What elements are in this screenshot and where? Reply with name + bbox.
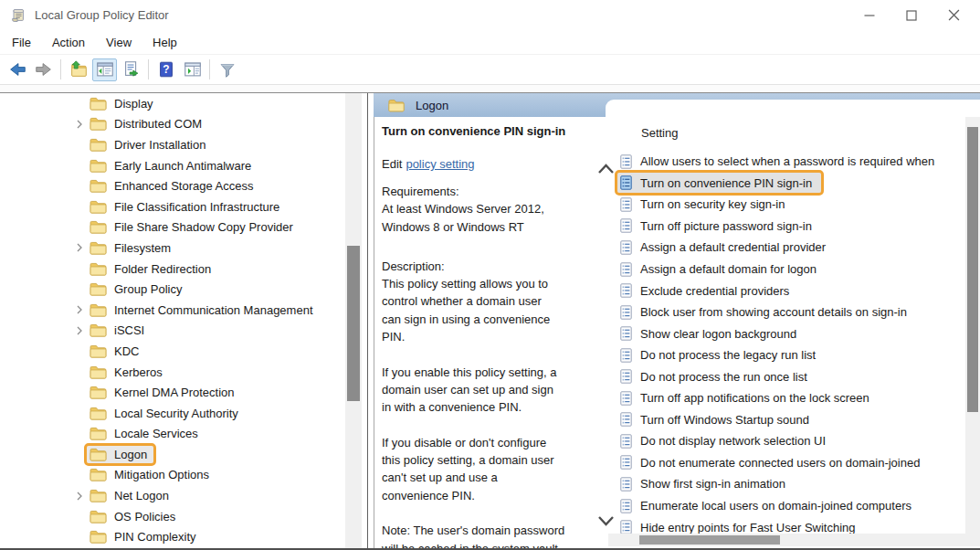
tree-item[interactable]: Local Security Authority	[0, 403, 367, 424]
setting-row[interactable]: Enumerate local users on domain-joined c…	[606, 495, 980, 517]
setting-row[interactable]: Turn off app notifications on the lock s…	[606, 387, 980, 409]
tree-item[interactable]: OS Policies	[0, 506, 367, 527]
tree-item-body[interactable]: Mitigation Options	[87, 466, 216, 483]
tree-item[interactable]: Folder Redirection	[0, 259, 367, 280]
setting-row[interactable]: Exclude credential providers	[606, 280, 980, 301]
tree-item[interactable]: Filesystem	[0, 238, 367, 259]
tree-item-body[interactable]: PIN Complexity	[87, 528, 203, 545]
filter-button[interactable]	[215, 58, 239, 81]
menu-file[interactable]: File	[11, 34, 32, 51]
tree-item-body[interactable]: Logon	[87, 446, 153, 463]
tree-item[interactable]: Group Policy	[0, 279, 367, 300]
tree-item-body[interactable]: Driver Installation	[87, 136, 212, 153]
setting-row-body[interactable]: Do not process the run once list	[617, 366, 817, 386]
tree-item-body[interactable]: Folder Redirection	[87, 260, 217, 278]
expand-chevron-icon[interactable]	[71, 305, 87, 314]
menu-help[interactable]: Help	[152, 34, 178, 51]
tree-item-body[interactable]: Net Logon	[87, 487, 175, 504]
setting-row[interactable]: Assign a default domain for logon	[606, 259, 980, 280]
tree-item[interactable]: Driver Installation	[0, 134, 367, 155]
tree-item[interactable]: Enhanced Storage Access	[0, 175, 367, 196]
tree-item[interactable]: Locale Services	[0, 424, 367, 445]
expand-chevron-icon[interactable]	[71, 326, 87, 335]
expand-chevron-icon[interactable]	[71, 120, 87, 129]
setting-row-body[interactable]: Turn on security key sign-in	[617, 195, 794, 215]
setting-row[interactable]: Turn on convenience PIN sign-in	[606, 173, 980, 195]
setting-row[interactable]: Show clear logon background	[606, 323, 980, 344]
menu-view[interactable]: View	[105, 34, 132, 51]
tree-item[interactable]: Logon	[0, 444, 367, 465]
tree-item[interactable]: Internet Communication Management	[0, 300, 367, 321]
settings-horizontal-scrollbar[interactable]	[608, 534, 965, 546]
setting-row-body[interactable]: Block user from showing account details …	[617, 302, 916, 323]
tree-scrollbar-thumb[interactable]	[347, 246, 360, 401]
setting-row[interactable]: Turn off picture password sign-in	[606, 216, 980, 238]
setting-row-body[interactable]: Do not display network selection UI	[617, 431, 835, 451]
tree-item-body[interactable]: Display	[87, 95, 160, 112]
setting-row-body[interactable]: Exclude credential providers	[617, 280, 798, 301]
tree-item[interactable]: KDC	[0, 341, 367, 362]
setting-row[interactable]: Assign a default credential provider	[606, 237, 980, 259]
tree-item-body[interactable]: Local Security Authority	[87, 405, 245, 422]
tree-item-body[interactable]: File Share Shadow Copy Provider	[87, 218, 300, 236]
setting-row[interactable]: Block user from showing account details …	[606, 301, 980, 323]
up-one-level-button[interactable]	[66, 58, 90, 81]
close-button[interactable]	[933, 0, 975, 30]
tree-item[interactable]: Mitigation Options	[0, 465, 367, 486]
tree-item-body[interactable]: Kernel DMA Protection	[87, 384, 241, 401]
setting-row-body[interactable]: Do not process the legacy run list	[617, 345, 825, 365]
tree-item-body[interactable]: Early Launch Antimalware	[87, 157, 258, 175]
tree-item[interactable]: Early Launch Antimalware	[0, 155, 367, 176]
tree-item-body[interactable]: Locale Services	[87, 425, 205, 442]
tree-item-body[interactable]: iSCSI	[87, 322, 151, 339]
setting-row-body[interactable]: Assign a default domain for logon	[617, 259, 826, 280]
setting-row-body[interactable]: Assign a default credential provider	[617, 238, 835, 258]
setting-row-body[interactable]: Turn off picture password sign-in	[617, 216, 821, 236]
tree-item-body[interactable]: File Classification Infrastructure	[87, 198, 286, 216]
tree-scrollbar[interactable]	[345, 93, 362, 548]
show-hide-console-tree-button[interactable]	[92, 58, 117, 81]
tree-item[interactable]: PIN Complexity	[0, 526, 367, 547]
tree-item[interactable]: Display	[0, 93, 367, 114]
tree-item[interactable]: iSCSI	[0, 321, 367, 342]
show-hide-action-pane-button[interactable]	[180, 58, 205, 81]
tree-item[interactable]: File Share Shadow Copy Provider	[0, 217, 367, 238]
setting-row[interactable]: Do not process the run once list	[606, 365, 980, 387]
tree-item-body[interactable]: OS Policies	[87, 508, 182, 525]
setting-row[interactable]: Do not display network selection UI	[606, 430, 980, 452]
setting-row[interactable]: Do not enumerate connected users on doma…	[606, 452, 980, 474]
setting-row-body[interactable]: Do not enumerate connected users on doma…	[617, 452, 929, 472]
setting-column-header[interactable]: Setting	[606, 117, 980, 151]
settings-vertical-scrollbar[interactable]	[965, 117, 980, 546]
setting-row[interactable]: Show first sign-in animation	[606, 473, 980, 495]
expand-chevron-icon[interactable]	[71, 492, 87, 501]
tree-item[interactable]: Net Logon	[0, 485, 367, 506]
setting-row-body[interactable]: Turn off Windows Startup sound	[617, 409, 818, 429]
back-button[interactable]	[5, 58, 29, 81]
tree-item-body[interactable]: Kerberos	[87, 364, 169, 381]
tree-item[interactable]: Kernel DMA Protection	[0, 382, 367, 403]
tree-item-body[interactable]: Enhanced Storage Access	[87, 177, 260, 195]
setting-row-body[interactable]: Show clear logon background	[617, 323, 806, 344]
setting-row-body[interactable]: Allow users to select when a password is…	[617, 152, 943, 172]
settings-vertical-scrollbar-thumb[interactable]	[967, 127, 978, 412]
help-button[interactable]: ?	[153, 58, 178, 81]
tree-item[interactable]: Distributed COM	[0, 114, 367, 135]
tree-item-body[interactable]: Group Policy	[87, 280, 188, 298]
tree-item[interactable]: File Classification Infrastructure	[0, 196, 367, 217]
setting-row[interactable]: Do not process the legacy run list	[606, 344, 980, 366]
tree-item[interactable]: Kerberos	[0, 362, 367, 383]
maximize-button[interactable]	[890, 0, 933, 30]
setting-row-body[interactable]: Enumerate local users on domain-joined c…	[617, 496, 921, 516]
tree-item-body[interactable]: Filesystem	[87, 239, 177, 257]
settings-horizontal-scrollbar-thumb[interactable]	[639, 535, 780, 545]
tree-item[interactable]	[0, 547, 367, 548]
menu-action[interactable]: Action	[51, 34, 86, 51]
forward-button[interactable]	[31, 58, 56, 81]
tree-item-body[interactable]: KDC	[87, 343, 145, 360]
setting-row-body[interactable]: Turn on convenience PIN sign-in	[617, 173, 821, 193]
setting-row-body[interactable]: Turn off app notifications on the lock s…	[617, 388, 879, 408]
edit-policy-setting-link[interactable]: policy setting	[406, 157, 474, 171]
tree-item-body[interactable]: Internet Communication Management	[87, 301, 320, 319]
setting-row[interactable]: Allow users to select when a password is…	[606, 151, 980, 173]
